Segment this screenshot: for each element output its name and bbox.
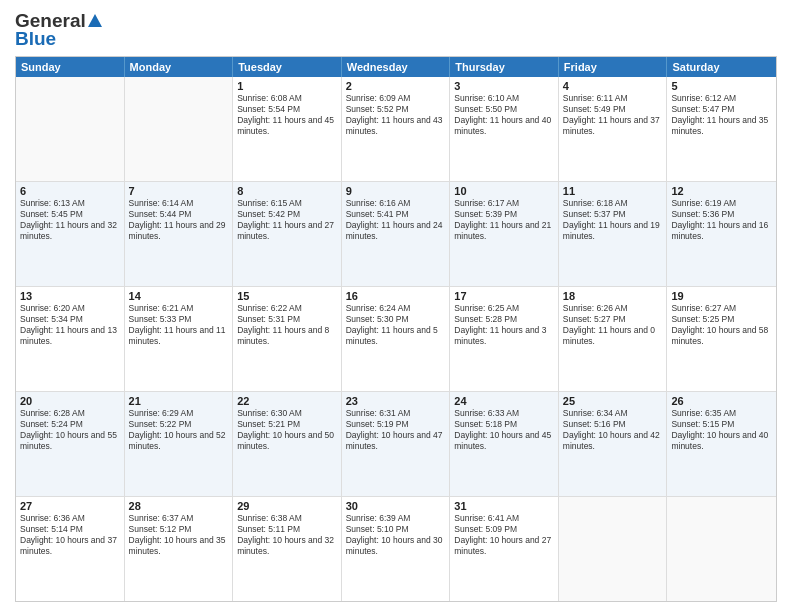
sunset-text: Sunset: 5:44 PM (129, 209, 229, 220)
calendar-body: 1 Sunrise: 6:08 AM Sunset: 5:54 PM Dayli… (16, 77, 776, 601)
day-cell-4: 4 Sunrise: 6:11 AM Sunset: 5:49 PM Dayli… (559, 77, 668, 181)
sunset-text: Sunset: 5:54 PM (237, 104, 337, 115)
empty-cell (125, 77, 234, 181)
day-cell-14: 14 Sunrise: 6:21 AM Sunset: 5:33 PM Dayl… (125, 287, 234, 391)
daylight-text: Daylight: 11 hours and 27 minutes. (237, 220, 337, 242)
day-number: 24 (454, 395, 554, 407)
day-cell-26: 26 Sunrise: 6:35 AM Sunset: 5:15 PM Dayl… (667, 392, 776, 496)
daylight-text: Daylight: 11 hours and 21 minutes. (454, 220, 554, 242)
sunrise-text: Sunrise: 6:13 AM (20, 198, 120, 209)
day-cell-9: 9 Sunrise: 6:16 AM Sunset: 5:41 PM Dayli… (342, 182, 451, 286)
sunset-text: Sunset: 5:22 PM (129, 419, 229, 430)
day-number: 30 (346, 500, 446, 512)
day-cell-1: 1 Sunrise: 6:08 AM Sunset: 5:54 PM Dayli… (233, 77, 342, 181)
sunset-text: Sunset: 5:39 PM (454, 209, 554, 220)
daylight-text: Daylight: 11 hours and 40 minutes. (454, 115, 554, 137)
week-row-1: 1 Sunrise: 6:08 AM Sunset: 5:54 PM Dayli… (16, 77, 776, 182)
daylight-text: Daylight: 11 hours and 16 minutes. (671, 220, 772, 242)
sunrise-text: Sunrise: 6:37 AM (129, 513, 229, 524)
sunset-text: Sunset: 5:41 PM (346, 209, 446, 220)
sunset-text: Sunset: 5:45 PM (20, 209, 120, 220)
sunrise-text: Sunrise: 6:09 AM (346, 93, 446, 104)
day-cell-22: 22 Sunrise: 6:30 AM Sunset: 5:21 PM Dayl… (233, 392, 342, 496)
sunrise-text: Sunrise: 6:14 AM (129, 198, 229, 209)
daylight-text: Daylight: 11 hours and 37 minutes. (563, 115, 663, 137)
day-number: 2 (346, 80, 446, 92)
day-cell-5: 5 Sunrise: 6:12 AM Sunset: 5:47 PM Dayli… (667, 77, 776, 181)
header-day-sunday: Sunday (16, 57, 125, 77)
daylight-text: Daylight: 11 hours and 24 minutes. (346, 220, 446, 242)
daylight-text: Daylight: 11 hours and 8 minutes. (237, 325, 337, 347)
sunrise-text: Sunrise: 6:27 AM (671, 303, 772, 314)
daylight-text: Daylight: 11 hours and 29 minutes. (129, 220, 229, 242)
daylight-text: Daylight: 10 hours and 35 minutes. (129, 535, 229, 557)
daylight-text: Daylight: 10 hours and 42 minutes. (563, 430, 663, 452)
day-number: 25 (563, 395, 663, 407)
header-day-tuesday: Tuesday (233, 57, 342, 77)
sunset-text: Sunset: 5:15 PM (671, 419, 772, 430)
sunset-text: Sunset: 5:14 PM (20, 524, 120, 535)
daylight-text: Daylight: 10 hours and 52 minutes. (129, 430, 229, 452)
sunset-text: Sunset: 5:27 PM (563, 314, 663, 325)
day-number: 5 (671, 80, 772, 92)
header-day-saturday: Saturday (667, 57, 776, 77)
day-cell-19: 19 Sunrise: 6:27 AM Sunset: 5:25 PM Dayl… (667, 287, 776, 391)
page: General Blue SundayMondayTuesdayWednesda… (0, 0, 792, 612)
sunrise-text: Sunrise: 6:31 AM (346, 408, 446, 419)
day-number: 12 (671, 185, 772, 197)
day-number: 27 (20, 500, 120, 512)
sunset-text: Sunset: 5:18 PM (454, 419, 554, 430)
day-cell-23: 23 Sunrise: 6:31 AM Sunset: 5:19 PM Dayl… (342, 392, 451, 496)
day-cell-28: 28 Sunrise: 6:37 AM Sunset: 5:12 PM Dayl… (125, 497, 234, 601)
sunrise-text: Sunrise: 6:17 AM (454, 198, 554, 209)
day-cell-6: 6 Sunrise: 6:13 AM Sunset: 5:45 PM Dayli… (16, 182, 125, 286)
header-day-friday: Friday (559, 57, 668, 77)
sunrise-text: Sunrise: 6:30 AM (237, 408, 337, 419)
header-day-wednesday: Wednesday (342, 57, 451, 77)
sunset-text: Sunset: 5:50 PM (454, 104, 554, 115)
day-cell-24: 24 Sunrise: 6:33 AM Sunset: 5:18 PM Dayl… (450, 392, 559, 496)
daylight-text: Daylight: 10 hours and 47 minutes. (346, 430, 446, 452)
sunrise-text: Sunrise: 6:16 AM (346, 198, 446, 209)
day-cell-25: 25 Sunrise: 6:34 AM Sunset: 5:16 PM Dayl… (559, 392, 668, 496)
day-cell-7: 7 Sunrise: 6:14 AM Sunset: 5:44 PM Dayli… (125, 182, 234, 286)
sunrise-text: Sunrise: 6:12 AM (671, 93, 772, 104)
daylight-text: Daylight: 10 hours and 30 minutes. (346, 535, 446, 557)
sunset-text: Sunset: 5:52 PM (346, 104, 446, 115)
day-number: 7 (129, 185, 229, 197)
day-number: 23 (346, 395, 446, 407)
sunrise-text: Sunrise: 6:35 AM (671, 408, 772, 419)
sunrise-text: Sunrise: 6:22 AM (237, 303, 337, 314)
day-number: 29 (237, 500, 337, 512)
sunset-text: Sunset: 5:12 PM (129, 524, 229, 535)
sunrise-text: Sunrise: 6:19 AM (671, 198, 772, 209)
day-cell-15: 15 Sunrise: 6:22 AM Sunset: 5:31 PM Dayl… (233, 287, 342, 391)
sunset-text: Sunset: 5:33 PM (129, 314, 229, 325)
sunrise-text: Sunrise: 6:24 AM (346, 303, 446, 314)
sunrise-text: Sunrise: 6:33 AM (454, 408, 554, 419)
daylight-text: Daylight: 11 hours and 13 minutes. (20, 325, 120, 347)
sunrise-text: Sunrise: 6:21 AM (129, 303, 229, 314)
day-number: 16 (346, 290, 446, 302)
daylight-text: Daylight: 11 hours and 11 minutes. (129, 325, 229, 347)
sunset-text: Sunset: 5:10 PM (346, 524, 446, 535)
sunset-text: Sunset: 5:31 PM (237, 314, 337, 325)
sunrise-text: Sunrise: 6:20 AM (20, 303, 120, 314)
logo-blue-text: Blue (15, 28, 56, 50)
day-cell-17: 17 Sunrise: 6:25 AM Sunset: 5:28 PM Dayl… (450, 287, 559, 391)
sunset-text: Sunset: 5:19 PM (346, 419, 446, 430)
sunrise-text: Sunrise: 6:25 AM (454, 303, 554, 314)
day-number: 11 (563, 185, 663, 197)
sunset-text: Sunset: 5:24 PM (20, 419, 120, 430)
day-number: 19 (671, 290, 772, 302)
sunset-text: Sunset: 5:11 PM (237, 524, 337, 535)
day-cell-20: 20 Sunrise: 6:28 AM Sunset: 5:24 PM Dayl… (16, 392, 125, 496)
daylight-text: Daylight: 11 hours and 32 minutes. (20, 220, 120, 242)
daylight-text: Daylight: 10 hours and 37 minutes. (20, 535, 120, 557)
daylight-text: Daylight: 10 hours and 27 minutes. (454, 535, 554, 557)
daylight-text: Daylight: 11 hours and 43 minutes. (346, 115, 446, 137)
day-cell-13: 13 Sunrise: 6:20 AM Sunset: 5:34 PM Dayl… (16, 287, 125, 391)
day-number: 4 (563, 80, 663, 92)
sunrise-text: Sunrise: 6:18 AM (563, 198, 663, 209)
week-row-4: 20 Sunrise: 6:28 AM Sunset: 5:24 PM Dayl… (16, 392, 776, 497)
